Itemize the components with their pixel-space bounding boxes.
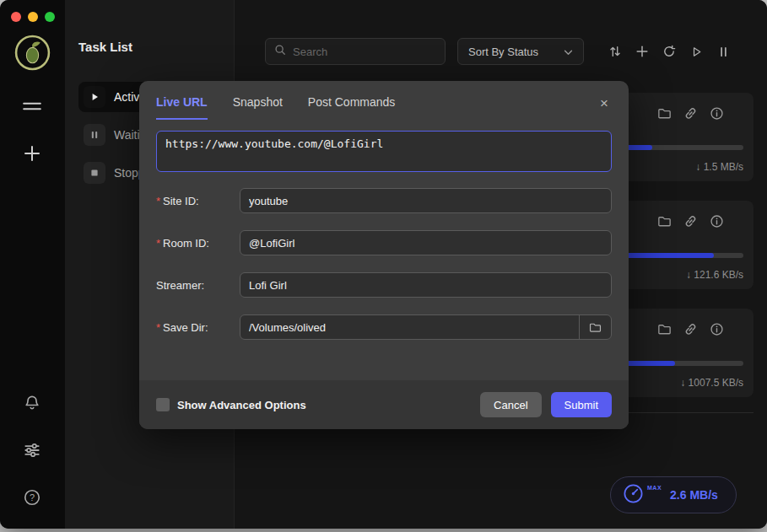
link-icon[interactable]	[681, 104, 699, 122]
folder-icon[interactable]	[655, 212, 673, 230]
site-id-field[interactable]	[240, 189, 611, 212]
zoom-window-button[interactable]	[45, 12, 55, 22]
app-logo-olive-icon	[14, 34, 51, 72]
streamer-field-wrap	[240, 272, 612, 298]
required-asterisk: *	[156, 195, 160, 207]
close-window-button[interactable]	[11, 12, 21, 22]
help-icon[interactable]: ?	[19, 484, 46, 511]
traffic-lights	[11, 12, 55, 22]
toolbar-actions	[605, 41, 733, 62]
speedometer-gauge-icon	[622, 482, 645, 508]
streamer-field[interactable]	[240, 273, 611, 297]
icon-rail: ?	[0, 0, 65, 529]
info-icon[interactable]	[707, 320, 726, 338]
form-row-site-id: *Site ID:	[156, 188, 612, 213]
app-window: ? Task List Active Waiting	[0, 0, 767, 529]
add-icon[interactable]	[19, 140, 46, 167]
required-asterisk: *	[156, 321, 160, 334]
required-asterisk: *	[156, 237, 160, 250]
save-dir-field-wrap	[240, 314, 612, 340]
link-icon[interactable]	[681, 320, 699, 338]
dialog-footer: Show Advanced Options Cancel Submit	[139, 380, 629, 429]
settings-sliders-icon[interactable]	[19, 437, 46, 464]
add-task-dialog: Live URL Snapshot Post Commands × https:…	[139, 81, 629, 429]
add-task-icon[interactable]	[632, 41, 652, 62]
field-label: Streamer:	[156, 279, 240, 292]
search-input[interactable]	[293, 46, 436, 58]
form-row-room-id: *Room ID:	[156, 230, 612, 255]
toolbar: Sort By Status	[265, 38, 733, 65]
pause-icon	[84, 124, 105, 146]
field-label: *Room ID:	[156, 237, 240, 250]
stop-icon	[84, 162, 105, 184]
sort-select-value: Sort By Status	[468, 46, 538, 58]
folder-icon[interactable]	[655, 320, 673, 338]
browse-folder-icon[interactable]	[579, 315, 611, 339]
cancel-button[interactable]: Cancel	[480, 392, 541, 417]
max-speed-label: MAX	[647, 485, 662, 491]
dialog-form: *Site ID: *Room ID: Streamer: *Save Dir:	[139, 172, 629, 357]
download-speed: ↓ 1007.5 KB/s	[680, 377, 743, 389]
start-all-icon[interactable]	[686, 41, 706, 62]
form-row-streamer: Streamer:	[156, 272, 612, 298]
dialog-tabs: Live URL Snapshot Post Commands ×	[139, 81, 629, 120]
tab-snapshot[interactable]: Snapshot	[233, 95, 283, 120]
download-speed: ↓ 1.5 MB/s	[695, 161, 743, 173]
field-label: *Site ID:	[156, 195, 240, 207]
sidebar-title: Task List	[78, 40, 132, 54]
tab-live-url[interactable]: Live URL	[156, 95, 208, 120]
submit-button[interactable]: Submit	[551, 392, 612, 417]
chevron-down-icon	[564, 46, 573, 58]
sort-by-status-select[interactable]: Sort By Status	[457, 38, 584, 65]
task-card-actions	[655, 104, 726, 122]
room-id-field-wrap	[240, 230, 612, 255]
live-url-input[interactable]: https://www.youtube.com/@LofiGirl	[156, 131, 612, 172]
tab-post-commands[interactable]: Post Commands	[308, 95, 395, 120]
field-label: *Save Dir:	[156, 321, 240, 334]
advanced-options-label: Show Advanced Options	[177, 399, 306, 411]
play-icon	[84, 86, 105, 108]
info-icon[interactable]	[707, 104, 726, 122]
close-icon[interactable]: ×	[597, 95, 612, 111]
pause-all-icon[interactable]	[713, 41, 733, 62]
advanced-options-checkbox[interactable]	[156, 398, 170, 411]
search-box	[265, 38, 446, 65]
sort-order-icon[interactable]	[605, 41, 625, 62]
minimize-window-button[interactable]	[28, 12, 38, 22]
save-dir-field[interactable]	[240, 315, 579, 339]
site-id-field-wrap	[240, 188, 612, 213]
notifications-bell-icon[interactable]	[19, 390, 46, 416]
task-card-actions	[655, 320, 726, 338]
download-speed: ↓ 121.6 KB/s	[686, 269, 743, 281]
current-speed-value: 2.6 MB/s	[670, 488, 718, 502]
refresh-icon[interactable]	[659, 41, 679, 62]
link-icon[interactable]	[681, 212, 699, 230]
speed-meter-pill[interactable]: MAX 2.6 MB/s	[610, 476, 737, 513]
folder-icon[interactable]	[655, 104, 673, 122]
search-icon	[274, 44, 286, 59]
info-icon[interactable]	[707, 212, 726, 230]
svg-text:?: ?	[30, 492, 35, 502]
form-row-save-dir: *Save Dir:	[156, 314, 612, 340]
menu-icon[interactable]	[19, 93, 46, 120]
task-card-actions	[655, 212, 726, 230]
room-id-field[interactable]	[240, 231, 611, 255]
